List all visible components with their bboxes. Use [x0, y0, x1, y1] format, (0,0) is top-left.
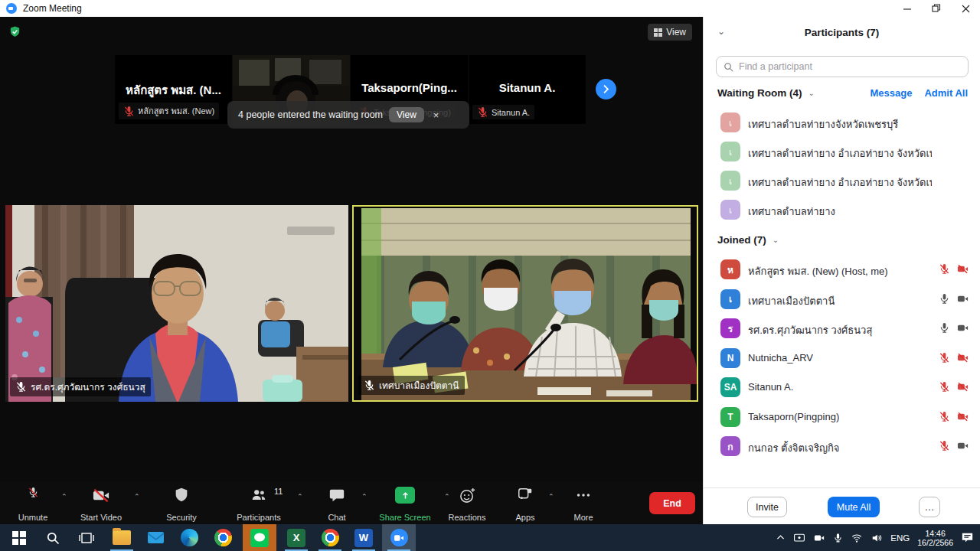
windows-taskbar: X W ENG 14:46 16/2/2566 — [0, 524, 980, 551]
panel-footer: Invite Mute All … — [704, 487, 980, 524]
restore-button[interactable] — [922, 0, 951, 17]
share-screen-button[interactable]: Share Screen — [371, 487, 439, 522]
joined-row[interactable]: เ เทศบาลเมืองปัตตานี — [704, 285, 980, 314]
window-title: Zoom Meeting — [23, 3, 82, 14]
share-screen-icon — [395, 487, 415, 504]
invite-button[interactable]: Invite — [747, 497, 787, 517]
avatar: เ — [720, 142, 740, 161]
participants-options-caret[interactable]: ⌃ — [297, 493, 303, 500]
next-page-arrow-button[interactable] — [596, 79, 616, 99]
camera-off-icon — [957, 411, 969, 422]
chat-options-caret[interactable]: ⌃ — [361, 493, 368, 500]
camera-off-icon — [957, 381, 969, 393]
security-button[interactable]: Security — [153, 487, 210, 522]
file-explorer-icon[interactable] — [105, 524, 139, 551]
view-button-label: View — [666, 27, 686, 37]
edge-icon[interactable] — [172, 524, 206, 551]
excel-icon[interactable]: X — [279, 524, 313, 551]
chat-button[interactable]: Chat — [315, 487, 358, 522]
meeting-info-shield-icon[interactable] — [8, 25, 21, 38]
minimize-button[interactable] — [893, 0, 922, 17]
thumbnail-participant-4[interactable]: Sitanun A. Sitanun A. — [469, 55, 586, 124]
apps-icon — [517, 487, 534, 504]
more-dots-icon — [575, 487, 592, 504]
message-link[interactable]: Message — [871, 87, 913, 99]
taskbar-clock[interactable]: 14:46 16/2/2566 — [917, 529, 953, 547]
waiting-row[interactable]: เ เทศบาลตำบลท่ายาง อำเภอท่ายาง จังหวัดเพ… — [704, 137, 980, 166]
participant-name: รศ.ดร.ศุภวัฒนากร วงศ์ธนวสุ — [748, 322, 872, 338]
more-button[interactable]: More — [560, 487, 606, 522]
end-meeting-button[interactable]: End — [649, 492, 695, 514]
clock-date: 16/2/2566 — [917, 538, 953, 547]
avatar: เ — [720, 112, 740, 132]
apps-button[interactable]: Apps — [504, 487, 547, 522]
panel-more-button[interactable]: … — [919, 497, 940, 517]
participant-search-box[interactable] — [716, 56, 969, 77]
tray-camera-icon[interactable] — [813, 533, 825, 543]
wifi-icon[interactable] — [851, 533, 863, 543]
task-view-icon[interactable] — [70, 524, 103, 551]
camera-icon — [957, 322, 969, 334]
thumbnail-name: Sitanun A. — [469, 81, 586, 94]
tray-expand-chevron-icon[interactable] — [776, 533, 786, 543]
unmute-options-caret[interactable]: ⌃ — [61, 493, 67, 500]
zoom-taskbar-icon[interactable] — [382, 524, 416, 551]
video-options-caret[interactable]: ⌃ — [134, 493, 140, 500]
chrome-icon[interactable] — [206, 524, 240, 551]
toast-view-button[interactable]: View — [389, 107, 424, 122]
thumbnail-label: Sitanun A. — [472, 105, 534, 119]
mic-icon — [939, 322, 950, 334]
participant-name: หลักสูตร พมส. (New) (Host, me) — [748, 263, 888, 279]
mic-muted-icon — [123, 106, 135, 117]
apps-options-caret[interactable]: ⌃ — [548, 493, 554, 500]
video-name-label: เทศบาลเมืองปัตตานี — [358, 376, 465, 395]
avatar: เ — [720, 200, 740, 220]
close-button[interactable] — [951, 0, 980, 17]
mute-all-button[interactable]: Mute All — [828, 497, 880, 517]
action-center-icon[interactable] — [961, 532, 974, 543]
start-video-button[interactable]: Start Video — [73, 487, 129, 522]
admit-all-link[interactable]: Admit All — [924, 87, 968, 99]
tray-mic-icon[interactable] — [833, 533, 843, 543]
line-app-icon[interactable] — [243, 524, 276, 551]
joined-row[interactable]: ก กนกอร ตั้งจิตเจริญกิจ — [704, 432, 980, 461]
joined-row[interactable]: N Nutnicha_ARV — [704, 344, 980, 373]
participants-count-badge: 11 — [274, 487, 283, 496]
unmute-button[interactable]: Unmute — [8, 487, 58, 522]
language-indicator[interactable]: ENG — [890, 533, 910, 543]
mic-muted-icon — [28, 487, 39, 498]
taskbar-search-icon[interactable] — [36, 524, 70, 551]
waiting-row[interactable]: เ เทศบาลตำบลท่ายางจังหวัดเพชรบุรี — [704, 108, 980, 137]
camera-icon — [957, 293, 969, 305]
avatar: N — [720, 348, 740, 368]
start-button[interactable] — [2, 524, 36, 551]
mail-icon[interactable] — [139, 524, 172, 551]
waiting-row[interactable]: เ เทศบาลตำบลท่ายาง อำเภอท่ายาง จังหวัดเพ… — [704, 166, 980, 195]
word-icon[interactable]: W — [347, 524, 381, 551]
joined-row[interactable]: ร รศ.ดร.ศุภวัฒนากร วงศ์ธนวสุ — [704, 314, 980, 343]
video-scene-office — [5, 205, 348, 402]
chrome-icon-2[interactable] — [313, 524, 347, 551]
mic-icon — [364, 380, 375, 391]
reactions-button[interactable]: Reactions — [435, 487, 499, 522]
participants-button[interactable]: Participants 11 — [228, 487, 289, 522]
avatar: T — [720, 407, 740, 427]
participant-name: เทศบาลตำบลท่ายาง อำเภอท่ายาง จังหวัดเพชร… — [748, 174, 932, 191]
joined-row[interactable]: SA Sitanun A. — [704, 373, 980, 402]
participant-name: เทศบาลตำบลท่ายาง — [748, 204, 835, 220]
waiting-room-header[interactable]: Waiting Room (4)⌄ — [717, 87, 815, 99]
volume-icon[interactable] — [871, 533, 883, 543]
camera-icon — [957, 440, 969, 452]
device-icon[interactable] — [793, 533, 805, 543]
reactions-smiley-icon — [459, 487, 476, 504]
joined-header[interactable]: Joined (7)⌄ — [717, 234, 779, 246]
search-input[interactable] — [739, 61, 962, 72]
view-button[interactable]: View — [648, 24, 692, 41]
joined-row[interactable]: ห หลักสูตร พมส. (New) (Host, me) — [704, 255, 980, 284]
thumbnail-participant-1[interactable]: หลักสูตร พมส. (N... หลักสูตร พมส. (New) — [115, 55, 232, 124]
toast-close-icon[interactable]: × — [430, 109, 443, 121]
joined-row[interactable]: T Taksaporn(Pingping) — [704, 403, 980, 432]
waiting-row[interactable]: เ เทศบาลตำบลท่ายาง — [704, 195, 980, 224]
participants-panel-title: Participants (7) — [704, 27, 980, 38]
avatar: ห — [720, 259, 740, 279]
